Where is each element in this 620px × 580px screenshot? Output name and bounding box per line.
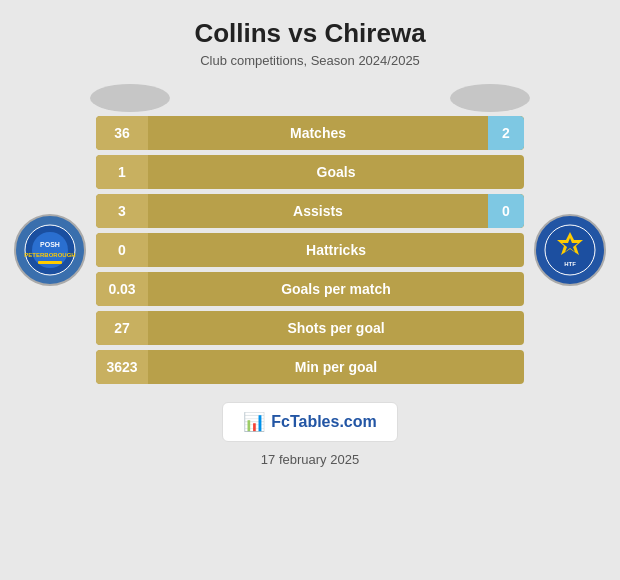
stat-row: 3623Min per goal (96, 350, 524, 384)
stat-label-text: Goals (148, 164, 524, 180)
right-decorator-oval (450, 84, 530, 112)
svg-text:POSH: POSH (40, 241, 60, 248)
footer-logo-text: FcTables.com (271, 413, 377, 431)
page-wrapper: Collins vs Chirewa Club competitions, Se… (0, 0, 620, 580)
page-subtitle: Club competitions, Season 2024/2025 (200, 53, 420, 68)
footer-logo-box: 📊 FcTables.com (222, 402, 398, 442)
svg-text:HTF: HTF (564, 261, 576, 267)
stat-row: 0.03Goals per match (96, 272, 524, 306)
svg-text:PETERBOROUGH: PETERBOROUGH (24, 252, 75, 258)
stat-left-value: 36 (96, 116, 148, 150)
stat-left-value: 3 (96, 194, 148, 228)
svg-rect-4 (38, 261, 62, 264)
stat-row: 27Shots per goal (96, 311, 524, 345)
stat-row: 0Hattricks (96, 233, 524, 267)
stat-label-text: Shots per goal (148, 320, 524, 336)
stat-left-value: 3623 (96, 350, 148, 384)
right-club-logo: HTF (530, 214, 610, 286)
stat-row: 3Assists0 (96, 194, 524, 228)
stats-column: 36Matches21Goals3Assists00Hattricks0.03G… (90, 116, 530, 384)
left-club-logo: POSH PETERBOROUGH (10, 214, 90, 286)
left-club-emblem: POSH PETERBOROUGH (14, 214, 86, 286)
stat-left-value: 0 (96, 233, 148, 267)
stat-label-text: Hattricks (148, 242, 524, 258)
stat-right-value: 0 (488, 194, 524, 228)
fctables-icon: 📊 (243, 411, 265, 433)
stat-row: 1Goals (96, 155, 524, 189)
stat-right-value: 2 (488, 116, 524, 150)
left-decorator-oval (90, 84, 170, 112)
stat-label-text: Matches (148, 125, 488, 141)
date-label: 17 february 2025 (261, 452, 359, 467)
stat-left-value: 0.03 (96, 272, 148, 306)
top-decorators (10, 84, 610, 112)
right-club-emblem: HTF (534, 214, 606, 286)
stat-label-text: Goals per match (148, 281, 524, 297)
stat-row: 36Matches2 (96, 116, 524, 150)
comparison-area: POSH PETERBOROUGH 36Matches21Goals3Assis… (10, 116, 610, 384)
stat-label-text: Assists (148, 203, 488, 219)
page-title: Collins vs Chirewa (194, 18, 425, 49)
stat-label-text: Min per goal (148, 359, 524, 375)
stat-left-value: 1 (96, 155, 148, 189)
stat-left-value: 27 (96, 311, 148, 345)
